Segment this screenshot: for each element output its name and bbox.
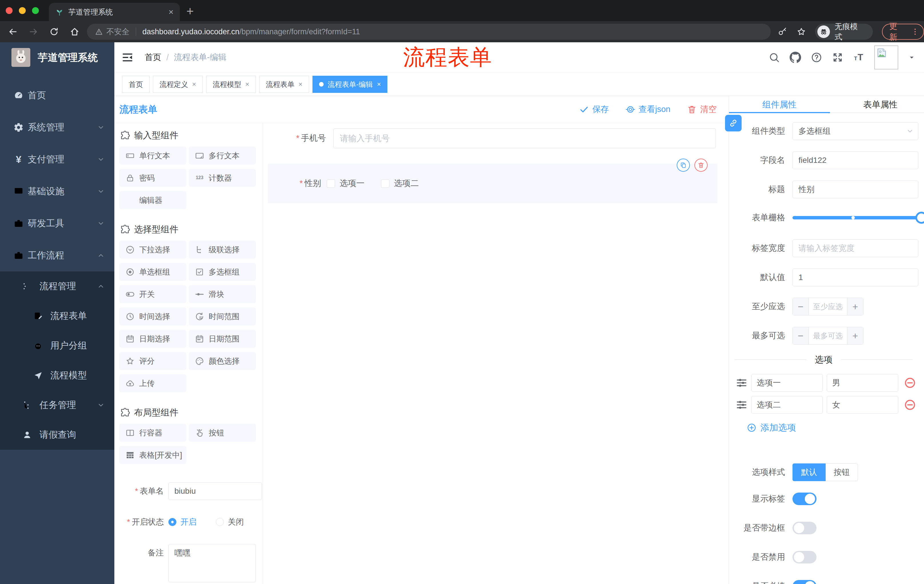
browser-menu-dots-icon[interactable] bbox=[911, 28, 919, 36]
avatar-caret-icon[interactable] bbox=[908, 54, 916, 61]
component-chip-editor[interactable]: 编辑器 bbox=[119, 191, 186, 209]
increment-button[interactable]: + bbox=[847, 327, 863, 344]
tab-form-props[interactable]: 表单属性 bbox=[830, 96, 924, 113]
component-chip-date-range[interactable]: 日期范围 bbox=[189, 330, 256, 348]
decrement-button[interactable]: − bbox=[793, 327, 809, 344]
style-default-button[interactable]: 默认 bbox=[792, 464, 826, 481]
sidebar-item-leave-query[interactable]: 请假查询 bbox=[0, 420, 114, 450]
back-icon[interactable] bbox=[8, 27, 18, 36]
sidebar-item-process-form[interactable]: 流程表单 bbox=[0, 301, 114, 331]
home-icon[interactable] bbox=[70, 27, 79, 36]
add-option-button[interactable]: 添加选项 bbox=[747, 422, 922, 434]
sidebar-item-home[interactable]: 首页 bbox=[0, 79, 114, 112]
phone-input[interactable] bbox=[333, 128, 716, 148]
show-label-toggle[interactable] bbox=[792, 493, 817, 505]
forward-icon[interactable] bbox=[29, 27, 38, 36]
tag-process-form-edit[interactable]: 流程表单-编辑 × bbox=[312, 76, 388, 93]
component-chip-upload[interactable]: 上传 bbox=[119, 374, 186, 392]
reload-icon[interactable] bbox=[49, 27, 59, 36]
field-link-button[interactable] bbox=[725, 115, 742, 132]
address-bar[interactable]: 不安全 dashboard.yudao.iocoder.cn /bpm/mana… bbox=[87, 24, 771, 40]
sidebar-item-process-mgmt[interactable]: 流程管理 bbox=[0, 271, 114, 301]
form-grid-slider[interactable] bbox=[792, 216, 922, 219]
component-chip-date-picker[interactable]: 日期选择 bbox=[119, 330, 186, 348]
default-value-input[interactable] bbox=[792, 268, 918, 286]
option-value-input[interactable] bbox=[827, 396, 898, 414]
tag-close-icon[interactable]: × bbox=[377, 80, 381, 88]
component-chip-switch[interactable]: 开关 bbox=[119, 285, 186, 303]
checkbox-box[interactable] bbox=[381, 179, 389, 188]
close-window-button[interactable] bbox=[6, 7, 13, 14]
avatar[interactable] bbox=[874, 45, 898, 69]
font-size-icon[interactable] bbox=[853, 52, 865, 63]
tag-close-icon[interactable]: × bbox=[299, 80, 302, 88]
tag-close-icon[interactable]: × bbox=[192, 80, 196, 88]
view-json-button[interactable]: 查看json bbox=[625, 104, 670, 115]
sidebar-item-task-mgmt[interactable]: 任务管理 bbox=[0, 390, 114, 420]
slider-handle[interactable] bbox=[916, 212, 924, 224]
style-button-button[interactable]: 按钮 bbox=[826, 464, 858, 481]
radio-open[interactable]: 开启 bbox=[168, 517, 196, 527]
component-chip-slider[interactable]: 滑块 bbox=[189, 285, 256, 303]
search-icon[interactable] bbox=[769, 52, 780, 63]
browser-tab[interactable]: 芋道管理系统 × bbox=[49, 3, 180, 21]
option-value-input[interactable] bbox=[827, 374, 898, 392]
minimize-window-button[interactable] bbox=[19, 7, 26, 14]
increment-button[interactable]: + bbox=[847, 298, 863, 315]
component-chip-color-picker[interactable]: 颜色选择 bbox=[189, 352, 256, 370]
radio-closed[interactable]: 关闭 bbox=[216, 517, 244, 527]
tab-component-props[interactable]: 组件属性 bbox=[729, 96, 830, 113]
title-input[interactable] bbox=[792, 181, 918, 198]
clear-button[interactable]: 清空 bbox=[687, 104, 717, 115]
selected-component-gender[interactable]: *性别 选项一 选项二 bbox=[268, 164, 717, 203]
checkbox-option-1[interactable]: 选项一 bbox=[327, 178, 365, 189]
drag-handle-icon[interactable] bbox=[736, 377, 747, 388]
save-button[interactable]: 保存 bbox=[579, 104, 609, 115]
component-chip-counter[interactable]: 计数器 bbox=[189, 169, 256, 187]
sidebar-item-user-group[interactable]: 用户分组 bbox=[0, 331, 114, 360]
duplicate-component-button[interactable] bbox=[677, 159, 690, 172]
disabled-toggle[interactable] bbox=[792, 551, 817, 563]
sidebar-collapse-icon[interactable] bbox=[122, 52, 133, 63]
required-toggle[interactable] bbox=[792, 580, 817, 584]
password-key-icon[interactable] bbox=[778, 27, 787, 36]
tag-process-definition[interactable]: 流程定义 × bbox=[153, 76, 203, 93]
sidebar-item-system[interactable]: 系统管理 bbox=[0, 112, 114, 143]
sidebar-item-workflow[interactable]: 工作流程 bbox=[0, 239, 114, 271]
sidebar-item-payment[interactable]: 支付管理 bbox=[0, 143, 114, 175]
decrement-button[interactable]: − bbox=[793, 298, 809, 315]
component-chip-multi-text[interactable]: 多行文本 bbox=[189, 146, 256, 165]
breadcrumb-home[interactable]: 首页 bbox=[145, 52, 161, 63]
bookmark-star-icon[interactable] bbox=[797, 27, 806, 36]
remove-option-icon[interactable] bbox=[904, 377, 916, 389]
github-icon[interactable] bbox=[790, 52, 801, 63]
component-chip-table[interactable]: 表格[开发中] bbox=[119, 446, 186, 464]
component-chip-checkbox-group[interactable]: 多选框组 bbox=[189, 263, 256, 281]
tag-home[interactable]: 首页 bbox=[122, 76, 150, 93]
sidebar-item-process-model[interactable]: 流程模型 bbox=[0, 360, 114, 390]
component-chip-row-container[interactable]: 行容器 bbox=[119, 424, 186, 442]
form-name-input[interactable] bbox=[168, 482, 262, 500]
browser-update-button[interactable]: 更新 bbox=[882, 24, 924, 40]
component-chip-password[interactable]: 密码 bbox=[119, 169, 186, 187]
max-checked-input[interactable] bbox=[809, 327, 847, 344]
remove-option-icon[interactable] bbox=[904, 399, 916, 411]
drag-handle-icon[interactable] bbox=[736, 399, 747, 411]
component-type-value[interactable] bbox=[792, 122, 918, 140]
option-name-input[interactable] bbox=[751, 396, 823, 414]
component-chip-time-range[interactable]: 时间范围 bbox=[189, 308, 256, 326]
new-tab-button[interactable]: + bbox=[186, 4, 194, 18]
component-chip-rate[interactable]: 评分 bbox=[119, 352, 186, 370]
field-name-input[interactable] bbox=[792, 151, 918, 169]
fullscreen-icon[interactable] bbox=[832, 52, 843, 63]
zoom-window-button[interactable] bbox=[32, 7, 39, 14]
tag-process-form[interactable]: 流程表单 × bbox=[259, 76, 309, 93]
checkbox-box[interactable] bbox=[327, 179, 335, 188]
option-name-input[interactable] bbox=[751, 374, 823, 392]
component-chip-cascader[interactable]: 级联选择 bbox=[189, 240, 256, 258]
component-chip-time-picker[interactable]: 时间选择 bbox=[119, 308, 186, 326]
help-icon[interactable] bbox=[811, 52, 822, 63]
sidebar-item-devtools[interactable]: 研发工具 bbox=[0, 207, 114, 239]
sidebar-item-infrastructure[interactable]: 基础设施 bbox=[0, 175, 114, 207]
phone-field-row[interactable]: *手机号 bbox=[276, 128, 716, 148]
